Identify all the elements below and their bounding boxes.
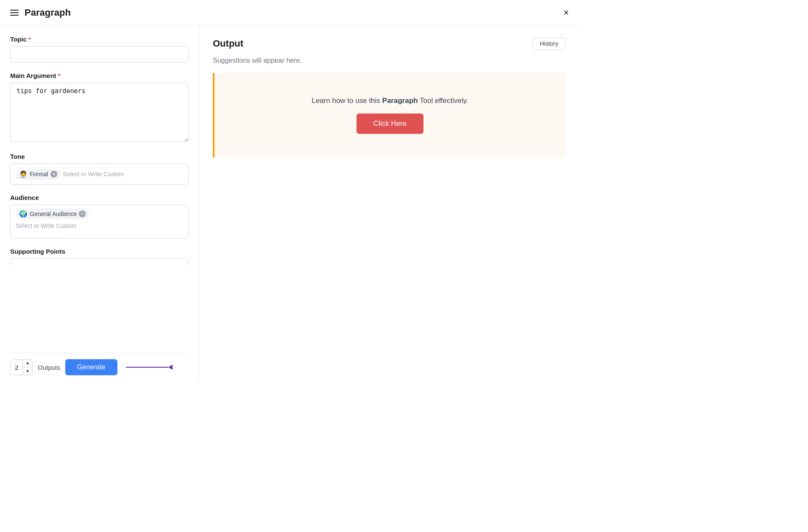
audience-tag-remove-button[interactable]: ✕ — [79, 211, 86, 217]
menu-icon[interactable] — [10, 10, 19, 16]
tone-tag-emoji: 🧑‍💼 — [19, 170, 28, 178]
outputs-label: Outputs — [38, 364, 60, 371]
main-layout: Topic * Gardening Tips for Beginners Mai… — [0, 25, 579, 381]
audience-tags-row: 🌍 General Audience ✕ — [16, 208, 183, 219]
output-title: Output — [213, 38, 243, 49]
click-here-button[interactable]: Click Here — [357, 114, 424, 134]
right-panel: Output History Suggestions will appear h… — [199, 25, 579, 381]
outputs-value: 2 — [11, 364, 22, 371]
arrow-line — [126, 367, 168, 368]
header-left: Paragraph — [10, 7, 71, 18]
audience-placeholder-row: Select or Write Custom — [16, 222, 183, 229]
tone-tag: 🧑‍💼 Formal ✕ — [16, 169, 61, 180]
info-card-text: Learn how to use this Paragraph Tool eff… — [312, 97, 468, 105]
tone-tag-remove-button[interactable]: ✕ — [50, 171, 57, 177]
audience-label: Audience — [10, 194, 189, 201]
app-header: Paragraph × — [0, 0, 579, 25]
audience-tag-emoji: 🌍 — [19, 210, 28, 218]
main-argument-textarea[interactable]: tips for gardeners — [10, 83, 189, 142]
history-button[interactable]: History — [532, 37, 566, 50]
main-argument-field-group: Main Argument * tips for gardeners — [10, 72, 189, 144]
stepper-up-button[interactable]: ▲ — [23, 359, 32, 367]
info-text-bold: Paragraph — [382, 97, 418, 105]
output-header: Output History — [213, 37, 566, 50]
arrow-head — [168, 365, 173, 370]
close-icon[interactable]: × — [563, 8, 569, 17]
topic-label: Topic * — [10, 36, 189, 43]
audience-tag-input[interactable]: 🌍 General Audience ✕ Select or Write Cus… — [10, 205, 189, 238]
tone-label: Tone — [10, 153, 189, 160]
supporting-points-label: Supporting Points — [10, 248, 189, 255]
topic-field-group: Topic * Gardening Tips for Beginners — [10, 36, 189, 63]
topic-required-star: * — [28, 36, 31, 43]
audience-placeholder: Select or Write Custom — [16, 222, 77, 229]
main-argument-required-star: * — [58, 72, 61, 79]
generate-button[interactable]: Generate — [65, 359, 117, 375]
outputs-stepper[interactable]: 2 ▲ ▼ — [10, 359, 33, 375]
tone-placeholder: Select or Write Custom — [63, 171, 124, 177]
info-card: Learn how to use this Paragraph Tool eff… — [213, 73, 566, 158]
tone-tag-text: Formal — [30, 171, 48, 177]
supporting-points-field-group: Supporting Points — [10, 248, 189, 265]
stepper-down-button[interactable]: ▼ — [23, 367, 32, 375]
left-panel: Topic * Gardening Tips for Beginners Mai… — [0, 25, 199, 381]
left-footer: 2 ▲ ▼ Outputs Generate — [10, 353, 189, 381]
tone-tag-input[interactable]: 🧑‍💼 Formal ✕ Select or Write Custom — [10, 163, 189, 185]
audience-tag: 🌍 General Audience ✕ — [16, 208, 89, 219]
tone-field-group: Tone 🧑‍💼 Formal ✕ Select or Write Custom — [10, 153, 189, 185]
info-text-prefix: Learn how to use this — [312, 97, 382, 105]
info-text-suffix: Tool effectively. — [418, 97, 468, 105]
topic-input[interactable]: Gardening Tips for Beginners — [10, 46, 189, 63]
app-title: Paragraph — [25, 7, 71, 18]
suggestions-placeholder: Suggestions will appear here. — [213, 57, 566, 64]
audience-field-group: Audience 🌍 General Audience ✕ Select or … — [10, 194, 189, 238]
arrow-annotation — [126, 365, 173, 370]
audience-tag-text: General Audience — [30, 211, 77, 217]
supporting-points-input[interactable] — [10, 258, 189, 265]
stepper-controls: ▲ ▼ — [22, 359, 32, 375]
main-argument-label: Main Argument * — [10, 72, 189, 79]
